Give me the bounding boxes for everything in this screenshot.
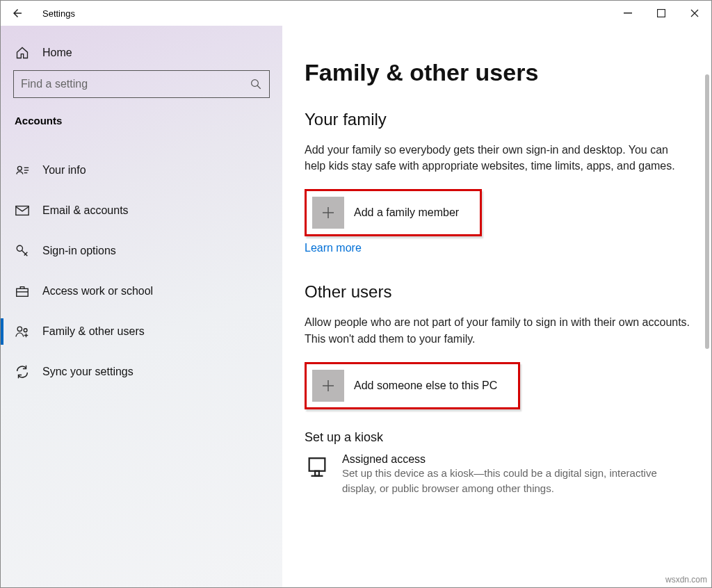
sidebar-item-label: Sync your settings (42, 366, 134, 378)
other-users-heading: Other users (305, 282, 692, 302)
sidebar-navlist: Your info Email & accounts Sign-in optio… (1, 150, 282, 392)
sidebar-item-label: Email & accounts (42, 204, 129, 217)
svg-rect-20 (309, 458, 325, 471)
add-someone-else-button[interactable]: Add someone else to this PC (307, 364, 518, 407)
assigned-access-row[interactable]: Assigned access Set up this device as a … (305, 453, 692, 496)
settings-window: Settings Home (0, 0, 712, 588)
highlight-add-family: Add a family member (305, 189, 482, 236)
sidebar-item-label: Access work or school (42, 285, 153, 297)
sidebar-item-family-other-users[interactable]: Family & other users (1, 311, 282, 352)
family-description: Add your family so everybody gets their … (305, 142, 692, 174)
people-icon (15, 324, 30, 339)
svg-point-2 (252, 80, 259, 87)
sidebar-item-label: Sign-in options (42, 245, 116, 257)
svg-rect-0 (624, 13, 632, 14)
sidebar-item-email-accounts[interactable]: Email & accounts (1, 190, 282, 231)
scrollbar-thumb[interactable] (705, 74, 709, 349)
sidebar: Home Accounts Your info (1, 26, 282, 587)
add-family-member-button[interactable]: Add a family member (307, 191, 480, 234)
arrow-left-icon (11, 7, 24, 19)
sidebar-item-label: Family & other users (42, 325, 145, 338)
content-scrollbar[interactable] (705, 74, 709, 573)
add-other-label: Add someone else to this PC (354, 379, 497, 392)
highlight-add-other: Add someone else to this PC (305, 362, 520, 409)
home-icon (15, 45, 30, 60)
maximize-button[interactable] (645, 1, 678, 26)
mail-icon (15, 203, 30, 218)
window-title: Settings (42, 8, 75, 19)
sidebar-item-your-info[interactable]: Your info (1, 150, 282, 190)
titlebar: Settings (1, 1, 711, 26)
svg-line-3 (257, 85, 261, 89)
add-family-label: Add a family member (354, 206, 459, 219)
sidebar-item-label: Your info (42, 164, 86, 177)
assigned-access-title: Assigned access (342, 453, 692, 466)
svg-point-4 (17, 166, 22, 170)
svg-rect-10 (17, 288, 29, 296)
person-card-icon (15, 163, 30, 178)
briefcase-icon (15, 284, 30, 299)
close-button[interactable] (678, 1, 711, 26)
kiosk-icon (305, 455, 330, 480)
search-box[interactable] (13, 70, 270, 98)
content-pane: Family & other users Your family Add you… (282, 26, 711, 587)
sidebar-item-sync-settings[interactable]: Sync your settings (1, 352, 282, 392)
learn-more-link[interactable]: Learn more (305, 242, 362, 254)
maximize-icon (657, 9, 665, 17)
minimize-button[interactable] (611, 1, 645, 26)
other-users-description: Allow people who are not part of your fa… (305, 314, 692, 346)
home-nav[interactable]: Home (1, 40, 282, 70)
svg-rect-8 (16, 206, 29, 215)
svg-rect-1 (658, 10, 665, 17)
sidebar-category: Accounts (1, 111, 282, 131)
search-input[interactable] (21, 78, 250, 90)
plus-icon (312, 370, 344, 402)
sync-icon (15, 364, 30, 379)
sidebar-item-sign-in-options[interactable]: Sign-in options (1, 231, 282, 271)
home-label: Home (42, 47, 72, 59)
search-icon (250, 78, 262, 90)
back-button[interactable] (8, 3, 27, 23)
svg-point-12 (17, 327, 22, 331)
plus-icon (312, 197, 344, 229)
page-title: Family & other users (305, 59, 692, 86)
assigned-access-desc: Set up this device as a kiosk—this could… (342, 466, 692, 496)
watermark: wsxdn.com (665, 575, 707, 585)
close-icon (690, 9, 699, 17)
minimize-icon (624, 9, 632, 17)
key-icon (15, 243, 30, 259)
kiosk-heading: Set up a kiosk (305, 430, 692, 445)
family-heading: Your family (305, 110, 692, 129)
window-controls (611, 1, 711, 26)
sidebar-item-access-work-school[interactable]: Access work or school (1, 271, 282, 311)
svg-point-13 (24, 329, 27, 332)
